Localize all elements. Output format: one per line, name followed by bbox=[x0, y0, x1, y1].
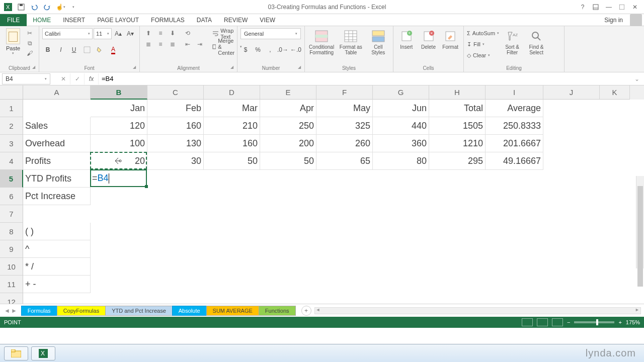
undo-icon[interactable] bbox=[30, 3, 38, 11]
sheet-nav-last-icon[interactable]: ► bbox=[11, 307, 17, 314]
user-avatar[interactable] bbox=[630, 14, 642, 26]
redo-icon[interactable] bbox=[43, 3, 51, 11]
cell[interactable]: ( ) bbox=[23, 223, 91, 240]
border-icon[interactable] bbox=[82, 44, 93, 55]
tab-home[interactable]: HOME bbox=[27, 15, 57, 26]
cell-styles-button[interactable]: Cell Styles bbox=[367, 28, 390, 71]
cell[interactable]: 250 bbox=[260, 117, 316, 135]
clipboard-launcher-icon[interactable]: ◢ bbox=[31, 64, 37, 70]
zoom-out-icon[interactable]: − bbox=[567, 319, 570, 325]
cell[interactable]: 65 bbox=[316, 152, 373, 170]
sort-filter-button[interactable]: AZ Sort & Filter bbox=[501, 28, 523, 71]
cell[interactable]: 1210 bbox=[429, 135, 486, 152]
zoom-slider[interactable] bbox=[574, 321, 614, 323]
cell[interactable]: 80 bbox=[373, 152, 429, 170]
cell[interactable]: ^ bbox=[23, 240, 91, 258]
cell[interactable]: 1505 bbox=[429, 117, 486, 135]
tab-formulas[interactable]: FORMULAS bbox=[145, 15, 191, 26]
minimize-icon[interactable]: — bbox=[603, 2, 615, 12]
row-header[interactable]: 12 bbox=[0, 293, 23, 304]
number-format-combo[interactable]: General▾ bbox=[240, 28, 301, 39]
sheet-tab[interactable]: YTD and Pct Increase bbox=[105, 306, 173, 316]
cell[interactable]: YTD Profits bbox=[23, 170, 91, 188]
cell[interactable]: May bbox=[316, 100, 373, 117]
tab-view[interactable]: VIEW bbox=[254, 15, 281, 26]
align-center-icon[interactable]: ≡ bbox=[155, 39, 166, 49]
column-header[interactable]: A bbox=[23, 85, 91, 100]
row-header[interactable]: 5 bbox=[0, 170, 23, 188]
add-sheet-button[interactable]: + bbox=[301, 306, 311, 316]
expand-formula-bar-icon[interactable]: ⌄ bbox=[630, 73, 644, 84]
row-header[interactable]: 9 bbox=[0, 240, 23, 258]
zoom-in-icon[interactable]: + bbox=[618, 319, 621, 325]
row-header[interactable]: 8 bbox=[0, 223, 23, 240]
column-header[interactable]: F bbox=[316, 85, 373, 100]
row-header[interactable]: 6 bbox=[0, 188, 23, 205]
column-header[interactable]: K bbox=[600, 85, 630, 100]
insert-function-icon[interactable]: fx bbox=[85, 73, 99, 84]
row-header[interactable]: 11 bbox=[0, 276, 23, 293]
align-bottom-icon[interactable]: ⬇ bbox=[167, 28, 178, 38]
active-cell-editor[interactable]: =B4 bbox=[90, 169, 147, 187]
page-layout-view-icon[interactable] bbox=[537, 318, 548, 326]
qat-customize-icon[interactable]: ▾ bbox=[69, 3, 77, 11]
decrease-decimal-icon[interactable]: ←.0 bbox=[290, 44, 301, 55]
row-header[interactable]: 2 bbox=[0, 117, 23, 135]
cell[interactable]: 160 bbox=[147, 117, 204, 135]
cell[interactable]: Overhead bbox=[23, 135, 91, 152]
font-launcher-icon[interactable]: ◢ bbox=[131, 64, 137, 70]
cell[interactable]: Sales bbox=[23, 117, 91, 135]
cut-icon[interactable]: ✂ bbox=[25, 29, 34, 37]
column-header[interactable]: G bbox=[373, 85, 429, 100]
tab-page-layout[interactable]: PAGE LAYOUT bbox=[91, 15, 145, 26]
percent-icon[interactable]: % bbox=[253, 44, 263, 55]
orientation-icon[interactable]: ⟲ bbox=[182, 28, 193, 38]
cell[interactable]: 440 bbox=[373, 117, 429, 135]
close-icon[interactable]: ✕ bbox=[629, 2, 641, 12]
sheet-tab[interactable]: Functions bbox=[259, 306, 296, 316]
copy-icon[interactable]: ⧉ bbox=[25, 39, 34, 47]
column-header[interactable]: C bbox=[147, 85, 204, 100]
cell[interactable]: Jun bbox=[373, 100, 429, 117]
signin-link[interactable]: Sign in bbox=[604, 17, 627, 24]
autosum-button[interactable]: ΣAutoSum▾ bbox=[467, 28, 499, 38]
tab-data[interactable]: DATA bbox=[191, 15, 218, 26]
italic-button[interactable]: I bbox=[55, 44, 66, 55]
format-painter-icon[interactable]: 🖌 bbox=[25, 49, 34, 57]
row-header[interactable]: 3 bbox=[0, 135, 23, 152]
cell[interactable]: 250.8333 bbox=[486, 117, 543, 135]
touch-mode-icon[interactable]: ☝▾ bbox=[56, 3, 64, 11]
column-header[interactable]: J bbox=[543, 85, 600, 100]
row-header[interactable]: 7 bbox=[0, 205, 23, 223]
cell[interactable]: 130 bbox=[147, 135, 204, 152]
increase-decimal-icon[interactable]: .0→ bbox=[277, 44, 288, 55]
help-icon[interactable]: ? bbox=[577, 2, 589, 12]
sheet-nav-first-icon[interactable]: ◄ bbox=[4, 307, 10, 314]
sheet-tab[interactable]: CopyFormulas bbox=[57, 306, 106, 316]
horizontal-scrollbar[interactable] bbox=[314, 307, 641, 314]
select-all-button[interactable] bbox=[0, 85, 23, 100]
row-header[interactable]: 10 bbox=[0, 258, 23, 276]
accounting-icon[interactable]: $ bbox=[240, 44, 251, 55]
conditional-formatting-button[interactable]: Conditional Formatting bbox=[308, 28, 335, 71]
cell[interactable]: Total bbox=[429, 100, 486, 117]
name-box[interactable]: B4▾ bbox=[2, 73, 50, 84]
ribbon-options-icon[interactable] bbox=[590, 2, 602, 12]
cell[interactable]: Pct Increase bbox=[23, 188, 91, 205]
tab-review[interactable]: REVIEW bbox=[218, 15, 254, 26]
fill-handle[interactable] bbox=[145, 185, 148, 188]
clear-button[interactable]: ◇Clear▾ bbox=[467, 50, 499, 60]
row-header[interactable]: 1 bbox=[0, 100, 23, 117]
cell[interactable]: Profits bbox=[23, 152, 91, 170]
format-cells-button[interactable]: Format bbox=[440, 28, 460, 71]
underline-button[interactable]: U bbox=[68, 44, 79, 55]
cell[interactable]: + - bbox=[23, 276, 91, 293]
increase-indent-icon[interactable]: ⇥ bbox=[194, 39, 205, 49]
cell[interactable]: 30 bbox=[147, 152, 204, 170]
enter-icon[interactable]: ✓ bbox=[70, 73, 85, 84]
align-left-icon[interactable]: ≣ bbox=[143, 39, 154, 49]
cell[interactable]: 49.16667 bbox=[486, 152, 543, 170]
cell[interactable]: Jan bbox=[91, 100, 147, 117]
cell[interactable]: 100 bbox=[91, 135, 147, 152]
font-size-combo[interactable]: 11▾ bbox=[94, 28, 112, 39]
